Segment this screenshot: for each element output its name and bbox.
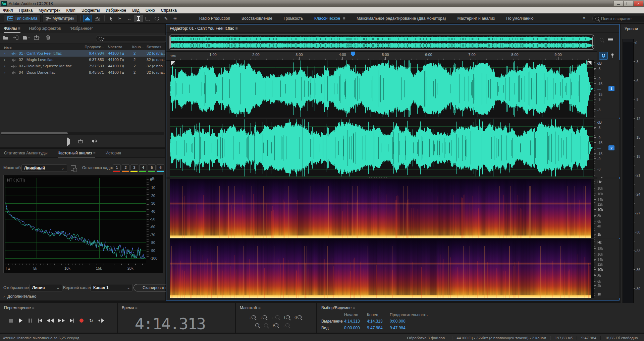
selection-start-value[interactable]: 4:14.313 <box>344 319 360 324</box>
panel-menu-icon[interactable]: ≡ <box>235 26 237 31</box>
snap-toggle-button[interactable] <box>599 52 608 60</box>
help-search-input[interactable]: Поиск в справке <box>592 15 644 22</box>
column-sample-rate[interactable]: Частота <box>108 45 122 49</box>
toolbar-grip[interactable] <box>1 15 2 22</box>
files-search-input[interactable]: ▾ <box>96 35 168 42</box>
db-ruler-channel-2[interactable]: dB-3-9-15-∞-15-9-32 <box>593 119 620 177</box>
skip-to-start-button[interactable] <box>37 319 43 323</box>
tab-effects-rack[interactable]: Набор эффектов <box>29 26 61 33</box>
view-end-value[interactable]: 9:47.984 <box>367 326 383 330</box>
menu-item-clip[interactable]: Клип <box>63 7 78 13</box>
spot-healing-tool[interactable]: ✳ <box>171 15 179 22</box>
menu-item-view[interactable]: Вид <box>129 7 143 13</box>
workspace-menu-icon[interactable]: ≡ <box>343 16 345 21</box>
waveform-channel-2-canvas[interactable] <box>170 119 593 177</box>
hold-button-5[interactable]: 5 <box>148 164 155 172</box>
workspace-tab-5[interactable]: Мастеринг и анализ <box>457 16 495 21</box>
files-scrollbar[interactable] <box>1 132 164 135</box>
spectrogram-channel-1-canvas[interactable] <box>170 179 593 238</box>
column-bit-depth[interactable]: Битовая <box>147 45 161 49</box>
divider-grip[interactable] <box>368 178 388 178</box>
files-scrollbar-thumb[interactable] <box>1 132 68 134</box>
editor-tab-bar[interactable]: Редактор: 01 - Can't You Feel It.flac ≡ <box>166 24 619 33</box>
tab-frequency-analysis[interactable]: Частотный анализ ≡ <box>58 151 96 157</box>
record-button[interactable] <box>79 319 84 323</box>
new-content-icon[interactable] <box>23 36 30 40</box>
close-icon[interactable]: × <box>634 1 643 6</box>
menu-item-help[interactable]: Справка <box>158 7 180 13</box>
table-row[interactable]: ›04 - Disco Dance.flac8:45.57144100 Гц23… <box>0 69 165 76</box>
skip-to-end-button[interactable] <box>69 319 74 323</box>
marquee-selection-tool[interactable] <box>144 15 152 22</box>
panel-menu-icon[interactable]: ≡ <box>93 151 95 155</box>
table-row[interactable]: ›03 - Hold Me, Squeeze Me.flac7:37.53344… <box>0 63 165 69</box>
menu-item-multitrack[interactable]: Мультитрек <box>36 7 63 13</box>
panel-menu-icon[interactable]: ≡ <box>353 305 355 310</box>
menu-item-file[interactable]: Файл <box>0 7 16 13</box>
marker-button[interactable] <box>608 52 616 59</box>
files-table-header[interactable]: Имя ↑ Продолж... Частота Кана... Битовая <box>0 44 165 51</box>
view-start-value[interactable]: 0:00.000 <box>344 326 360 330</box>
batch-process-icon[interactable] <box>34 35 41 40</box>
frequency-analysis-plot[interactable] <box>5 177 146 263</box>
top-channel-select[interactable]: Канал 1⌄ <box>91 284 133 291</box>
view-duration-value[interactable]: 9:47.984 <box>390 326 406 330</box>
skip-selection-button[interactable] <box>98 319 104 323</box>
show-waveform-display-button[interactable] <box>94 15 102 22</box>
delete-icon[interactable] <box>46 35 51 40</box>
menu-item-window[interactable]: Окно <box>143 7 158 13</box>
rewind-button[interactable] <box>47 319 54 323</box>
advanced-expander[interactable]: ›Дополнительно <box>3 294 36 299</box>
panel-menu-icon[interactable]: ≡ <box>135 305 137 310</box>
playhead-line[interactable] <box>353 35 353 298</box>
tab-amplitude-statistics[interactable]: Статистика Амплитуды <box>4 151 48 157</box>
menu-item-edit[interactable]: Правка <box>16 7 36 13</box>
panel-menu-icon[interactable]: ≡ <box>258 305 261 310</box>
play-button[interactable] <box>18 318 23 323</box>
preview-speaker-button[interactable] <box>92 139 98 144</box>
show-spectral-display-button[interactable] <box>83 15 92 22</box>
display-options-icon[interactable] <box>608 38 613 42</box>
spectral-display-channel-2[interactable] <box>170 239 593 298</box>
panel-menu-icon[interactable]: ≡ <box>32 305 34 310</box>
menu-item-effects[interactable]: Эффекты <box>78 7 103 13</box>
time-display[interactable]: 4:14.313 <box>135 315 205 333</box>
tab-favorites[interactable]: "Избранное" <box>70 26 93 33</box>
workspace-tab-3[interactable]: Классическое≡ <box>314 16 345 21</box>
workspace-overflow-button[interactable]: » <box>583 15 585 20</box>
selection-duration-value[interactable]: 0:00.000 <box>390 319 406 324</box>
zoom-in-full-button[interactable]: + <box>255 323 259 327</box>
display-select[interactable]: Линия⌄ <box>30 284 62 291</box>
hold-button-6[interactable]: 6 <box>157 164 164 172</box>
menu-item-favorites[interactable]: Избранное <box>103 7 129 13</box>
razor-tool[interactable]: ✂ <box>116 15 124 22</box>
paintbrush-tool[interactable]: ✎ <box>162 15 170 22</box>
hold-button-3[interactable]: 3 <box>130 164 138 172</box>
spectral-display-channel-1[interactable] <box>170 179 593 238</box>
zoom-in-vertical-button[interactable]: ↕+ <box>249 315 256 319</box>
minimize-icon[interactable] <box>613 1 623 6</box>
workspace-tab-4[interactable]: Максимальное редактирование (Два монитор… <box>357 16 446 21</box>
zoom-to-selection-button[interactable]: {}+ <box>294 315 302 319</box>
move-tool[interactable] <box>107 15 115 22</box>
db-ruler-channel-1[interactable]: dB-3-9-15-∞-15-9-31 <box>593 60 620 118</box>
fast-forward-button[interactable] <box>58 319 65 323</box>
column-duration[interactable]: Продолж... <box>80 45 104 49</box>
zoom-in-at-in-point-button[interactable]: {+ <box>284 315 290 319</box>
table-row[interactable]: ›02 - Magic Love.flac6:37.85344100 Гц232… <box>0 57 165 63</box>
timeline-ruler[interactable]: чмс 1:002:003:004:005:006:007:008:009:00 <box>166 51 597 61</box>
workspace-tab-2[interactable]: Громкость <box>284 16 303 21</box>
level-meter-channel-2[interactable] <box>628 43 634 326</box>
copy-settings-icon[interactable] <box>71 165 76 170</box>
waveform-channel-1[interactable] <box>170 60 593 118</box>
hold-button-1[interactable]: 1 <box>113 164 120 172</box>
panel-menu-icon[interactable]: ≡ <box>18 26 20 31</box>
expander-icon[interactable]: › <box>4 64 5 68</box>
selection-end-value[interactable]: 4:14.313 <box>367 319 383 324</box>
toggle-right-icon[interactable] <box>587 61 592 65</box>
waveform-channel-1-canvas[interactable] <box>170 60 593 118</box>
maximize-icon[interactable] <box>624 1 633 6</box>
expander-icon[interactable]: › <box>4 58 5 62</box>
open-folder-icon[interactable] <box>3 36 8 40</box>
multitrack-button[interactable]: Мультитрек <box>42 14 77 22</box>
